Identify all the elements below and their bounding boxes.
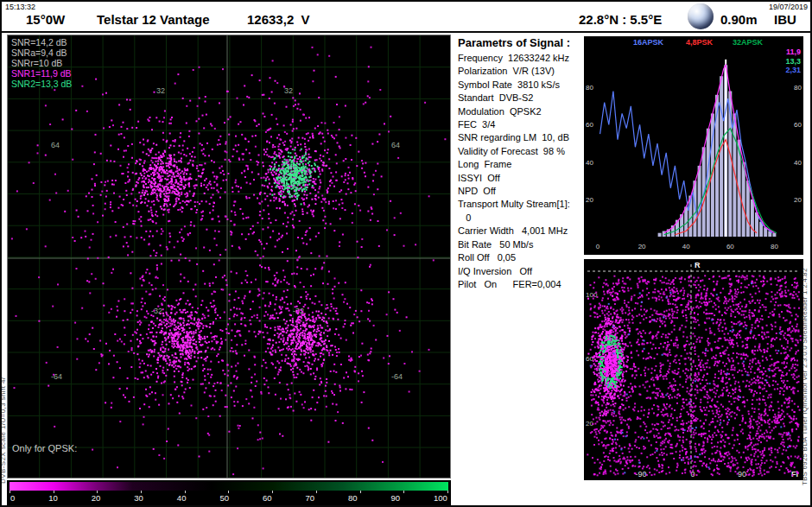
svg-text:80: 80 [771,243,778,250]
scale-tick-label: 50 [219,493,229,503]
signal-param-row: NPD Off [458,185,587,198]
svg-text:32: 32 [284,86,293,95]
snr-line: SNRr=10 dB [11,58,72,68]
scale-tick-label: 60 [263,493,272,503]
spectrum-readouts: 11,913,32,31 [785,48,801,75]
svg-text:60: 60 [794,121,802,129]
phase-magnitude-plot: R1006020-90090FI [584,259,803,480]
orbital-position: 15°0W [26,12,65,27]
snr-line: SNRa=9,4 dB [11,48,72,58]
phase-magnitude-panel[interactable]: R1006020-90090FI [584,259,803,480]
snr-line: SNR1=11,9 dB [11,68,72,79]
qpsk-note: Only for QPSK: [12,443,77,453]
snr-readout: 11,9 [785,48,801,57]
constellation-panel[interactable]: 32326464-32-32-64-64 SNR=14,2 dBSNRa=9,4… [7,35,451,478]
color-scale-tick-labels: 0102030405060708090100 [10,493,448,503]
signal-param-row: Symbol Rate 3810 kS/s [458,79,587,92]
signal-param-row: Polarization V/R (13V) [458,65,587,78]
scale-tick-label: 40 [177,493,187,503]
signal-parameters-title: Parametrs of Signal : [458,36,587,49]
svg-text:80: 80 [586,84,593,92]
svg-text:80: 80 [794,84,802,92]
snr-line: SNR=14,2 dB [11,37,72,48]
signal-param-row: I/Q Inversion Off [458,265,587,278]
scale-tick-label: 90 [391,493,401,503]
signal-param-row: Standart DVB-S2 [458,92,587,105]
svg-text:32: 32 [156,86,165,95]
scale-tick-label: 100 [434,493,447,503]
frequency-polarization: 12633,2 V [247,12,310,27]
svg-text:40: 40 [586,159,593,167]
snr-readouts: SNR=14,2 dBSNRa=9,4 dBSNRr=10 dBSNR1=11,… [11,37,72,89]
snr-readout: 2,31 [785,66,801,75]
clock-time: 15:13:32 [5,3,35,11]
constellation-plot: 32326464-32-32-64-64 [8,35,450,478]
svg-text:20: 20 [586,196,593,204]
signal-param-row: SNR regarding LM 10, dB [458,131,587,144]
signal-parameters-list: Frequency 12633242 kHzPolarization V/R (… [458,52,587,291]
legend-item: 16APSK [633,38,663,47]
scale-tick-label: 70 [305,493,314,503]
date-label: 19/07/2019 [769,3,808,11]
signal-param-row: Transport Multy Stream[1]: [458,198,587,211]
snr-readout: 13,3 [785,57,801,67]
scale-tick-label: 80 [348,493,358,503]
color-scale-panel: 0102030405060708090100 [7,480,451,505]
snr-line: SNR2=13,3 dB [11,79,72,89]
signal-param-row: Carrier Width 4,001 MHz [458,225,587,238]
svg-text:-64: -64 [391,372,403,381]
site-coordinates: 22.8°N : 5.5°E [579,12,662,27]
tuner-version-label: TBS 6925 BDA Tuner IQmonitor ver 2.3.0.0… [801,252,809,485]
svg-text:0: 0 [596,243,600,250]
svg-text:60: 60 [726,243,734,250]
app-window: 15:13:32 19/07/2019 15°0W Telstar 12 Van… [0,0,812,507]
scale-tick-label: 20 [92,493,101,503]
signal-parameters-panel: Parametrs of Signal : Frequency 12633242… [458,36,587,291]
signal-param-row: FEC 3/4 [458,118,587,131]
scale-tick-label: 0 [10,493,15,503]
scale-tick-label: 30 [134,493,143,503]
svg-text:40: 40 [794,159,802,167]
svg-text:64: 64 [391,141,400,149]
signal-param-row: Roll Off 0,05 [458,251,587,264]
svg-text:20: 20 [794,196,802,204]
signal-param-row: Frequency 12633242 kHz [458,52,587,65]
svg-text:60: 60 [586,121,593,129]
svg-text:90: 90 [738,470,746,478]
svg-text:64: 64 [51,141,60,149]
signal-param-row: Modulation QPSK2 [458,105,587,118]
color-scale-gradient [10,482,448,491]
globe-icon [688,3,714,29]
spectrum-histogram-panel[interactable]: 2020404060608080020406080 16APSK4,8PSK32… [584,36,803,255]
svg-text:R: R [695,261,701,269]
band-label: IBU [774,12,796,27]
spectrum-plot: 2020404060608080020406080 [584,36,803,255]
scale-version-label: DVB-S2X scale 1/U=0,3 shift 4/ [0,252,7,484]
signal-param-row: Pilot On FER=0,004 [458,278,587,291]
scale-tick-label: 10 [48,493,58,503]
svg-text:-64: -64 [51,372,62,381]
legend-item: 32APSK [733,38,763,47]
signal-param-row: 0 [458,212,587,225]
header-bar: 15:13:32 19/07/2019 15°0W Telstar 12 Van… [2,2,810,33]
legend-item: 4,8PSK [686,38,713,47]
signal-param-row: Long Frame [458,158,587,171]
svg-text:40: 40 [682,243,690,250]
satellite-name: Telstar 12 Vantage [97,12,210,27]
svg-text:20: 20 [638,243,646,250]
signal-param-row: ISSYI Off [458,172,587,185]
dish-size: 0.90m [720,12,758,27]
signal-param-row: Validity of Forecast 98 % [458,145,587,158]
signal-param-row: Bit Rate 50 Mb/s [458,238,587,251]
